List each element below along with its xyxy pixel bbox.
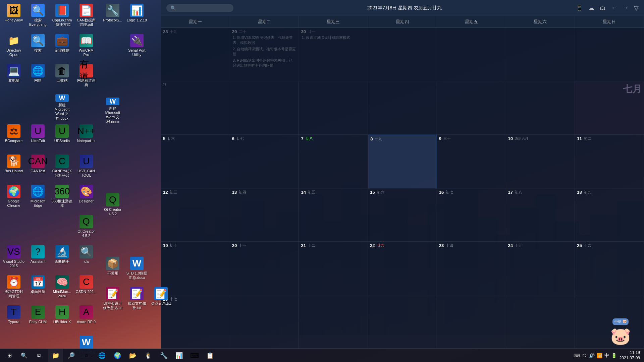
- cal-cell-empty9[interactable]: [506, 81, 575, 135]
- cal-cell-jul6[interactable]: 6廿七: [230, 135, 299, 188]
- cal-cell-empty5[interactable]: [230, 81, 299, 135]
- cal-cell-jul10[interactable]: 10农历六月: [506, 135, 575, 188]
- back-icon[interactable]: ←: [611, 4, 617, 12]
- icon-search[interactable]: 🔍 搜索: [26, 32, 50, 61]
- cal-cell-jul24[interactable]: 24十五: [506, 242, 575, 295]
- cal-cell-empty12[interactable]: [368, 295, 437, 349]
- icon-word-doc[interactable]: W 新建 Microsoft Word 文档.docx: [50, 92, 74, 122]
- icon-usbcan[interactable]: U USB_CAN TOOL: [74, 153, 98, 182]
- cal-cell-empty2[interactable]: [437, 28, 506, 81]
- icon-calendar[interactable]: 📅 桌面日历: [26, 273, 50, 303]
- icon-honeyview[interactable]: 🖼 Honeyview: [2, 2, 26, 31]
- taskbar-app-dev[interactable]: 🔧: [156, 349, 171, 362]
- tray-keyboard-icon[interactable]: ⌨: [574, 353, 580, 358]
- taskview-button[interactable]: ⧉: [32, 349, 46, 362]
- cal-cell-jul16[interactable]: 16初七: [437, 188, 506, 242]
- cal-cell-jun30[interactable]: 30廿一 1. 设置过滤ID设计成阻塞模式: [299, 28, 368, 81]
- icon-designer[interactable]: 🎨 Designer: [74, 183, 98, 212]
- icon-network[interactable]: 🌐 网络: [26, 62, 50, 92]
- taskbar-app-misc[interactable]: 📋: [203, 349, 217, 362]
- cal-cell-empty4[interactable]: [575, 28, 644, 81]
- cal-cell-empty6[interactable]: [299, 81, 368, 135]
- cal-cell-jul12[interactable]: 12初三: [161, 188, 230, 242]
- forward-icon[interactable]: →: [623, 4, 629, 12]
- cal-cell-jul5[interactable]: 5廿六: [161, 135, 230, 188]
- cal-cell-jul11[interactable]: 11初二: [575, 135, 644, 188]
- cal-cell-jul21[interactable]: 21十二: [299, 242, 368, 295]
- cal-cell-jun29[interactable]: 29二十 1. 新增V35.32自测记录表、代码走查表、模拟数据 2. 自动编译…: [230, 28, 299, 81]
- taskbar-app-cmd[interactable]: ⌨: [187, 349, 202, 362]
- icon-winchm[interactable]: 📖 WinCHM Pro: [74, 32, 98, 61]
- cloud-icon[interactable]: ☁: [588, 4, 594, 12]
- icon-uidesign[interactable]: 📝 UI框架设计修改意见.txt: [101, 285, 125, 314]
- icon-std2[interactable]: W STD 1.0数据汇总.docx: [125, 255, 149, 284]
- icon-ida[interactable]: 🔍 ida: [74, 243, 98, 273]
- icon-everything[interactable]: 🔍 搜索Everything: [26, 2, 50, 31]
- tray-battery-icon[interactable]: 🔋: [611, 353, 617, 358]
- icon-cantest[interactable]: CAN CANTest: [26, 153, 50, 182]
- taskbar-app-files[interactable]: 📂: [125, 349, 140, 362]
- icon-buchangyong[interactable]: 📦 不常用: [101, 255, 125, 284]
- icon-bcompare[interactable]: ⚖ BCompare: [2, 122, 26, 152]
- cal-cell-empty7[interactable]: [368, 81, 437, 135]
- icon-bangzhu[interactable]: 📝 帮助文档修改.txt: [125, 285, 149, 314]
- cal-cell-jun28[interactable]: 28十九: [161, 28, 230, 81]
- tray-input-icon[interactable]: 中: [604, 353, 609, 359]
- icon-huiyi[interactable]: 📝 会议记录.txt: [149, 285, 173, 314]
- cal-cell-jul15[interactable]: 15初六: [368, 188, 437, 242]
- cal-cell-jul14[interactable]: 14初五: [299, 188, 368, 242]
- tray-network-icon[interactable]: 📶: [597, 353, 602, 358]
- calendar-search[interactable]: 🔍: [166, 4, 233, 12]
- taskbar-app-edge[interactable]: 🌐: [95, 349, 109, 362]
- icon-assistant[interactable]: ? Assistant: [26, 243, 50, 273]
- icon-pc[interactable]: 💻 此电脑: [2, 62, 26, 92]
- cal-cell-jul8-today[interactable]: 8廿九: [368, 135, 437, 188]
- icon-protocols[interactable]: 🔧 ProtocolS...: [101, 2, 125, 31]
- phone-icon[interactable]: 📱: [576, 4, 583, 12]
- icon-canpro[interactable]: C CANPro功X分析平台: [50, 153, 74, 182]
- cal-cell-jul23[interactable]: 23十四: [437, 242, 506, 295]
- cal-cell-empty8[interactable]: [437, 81, 506, 135]
- icon-mindman[interactable]: 🧠 MindMan... 2020: [50, 273, 74, 303]
- cal-cell-empty1[interactable]: [368, 28, 437, 81]
- icon-qiye[interactable]: 💼 企业微信: [50, 32, 74, 61]
- start-button[interactable]: ⊞: [3, 349, 16, 362]
- icon-ultraedit[interactable]: U UltraEdit: [26, 122, 50, 152]
- taskbar-app-qq[interactable]: 🐧: [141, 349, 156, 362]
- icon-bushound[interactable]: 🐕 Bus Hound: [2, 153, 26, 182]
- cal-cell-empty14[interactable]: [506, 295, 575, 349]
- cal-cell-empty3[interactable]: [506, 28, 575, 81]
- cal-cell-empty13[interactable]: [437, 295, 506, 349]
- icon-notepad[interactable]: N++ Notepad++: [74, 122, 98, 152]
- cal-cell-jul9[interactable]: 9三十: [437, 135, 506, 188]
- icon-uestudio[interactable]: U UEStudio: [50, 122, 74, 152]
- icon-easychm[interactable]: E Easy CHM: [26, 303, 50, 333]
- icon-qtcreator[interactable]: Q Qt Creator 4.5.2: [74, 213, 98, 242]
- taskbar-app-cortana[interactable]: ○: [79, 349, 94, 362]
- cal-cell-jul18[interactable]: 18初九: [575, 188, 644, 242]
- taskbar-app-monitor[interactable]: 📊: [172, 349, 186, 362]
- search-button[interactable]: 🔍: [17, 349, 31, 362]
- icon-chrome[interactable]: 🌍 Google Chrome: [2, 183, 26, 212]
- icon-wangyi[interactable]: 有道 网易有道词典: [74, 62, 98, 92]
- icon-axure[interactable]: A Axure RP 9: [74, 303, 98, 333]
- cal-cell-jul25[interactable]: 25十六: [575, 242, 644, 295]
- cal-cell-empty11[interactable]: [299, 295, 368, 349]
- cal-cell-jul22[interactable]: 22廿六: [368, 242, 437, 295]
- icon-zhenduanzs[interactable]: 🔬 诊断助手: [50, 243, 74, 273]
- icon-can-pdf[interactable]: 📄 CAN数据库管理.pdf: [74, 2, 98, 31]
- icon-csdn[interactable]: C CSDN-202...: [74, 273, 98, 303]
- cal-cell-w27[interactable]: 27: [161, 81, 230, 135]
- cal-cell-empty10[interactable]: [230, 295, 299, 349]
- tray-volume-icon[interactable]: 🔊: [589, 353, 595, 358]
- icon-word-doc2[interactable]: W 新建 Microsoft Word 文档.docx: [101, 96, 125, 125]
- icon-qtcreator2[interactable]: Q Qt Creator 4.5.2: [101, 191, 125, 221]
- taskbar-app-fileexplorer[interactable]: 📁: [48, 349, 63, 362]
- taskbar-app-search2[interactable]: 🔎: [64, 349, 78, 362]
- icon-cpplib[interactable]: 📕 CppLib.chm - 快捷方式: [50, 2, 74, 31]
- cal-cell-jul7[interactable]: 7廿八: [299, 135, 368, 188]
- cal-cell-jul17[interactable]: 17初八: [506, 188, 575, 242]
- cal-cell-monthlabel[interactable]: 七月: [575, 81, 644, 135]
- icon-edge[interactable]: 🌐 Microsoft Edge: [26, 183, 50, 212]
- expand-icon[interactable]: ▽: [634, 4, 639, 12]
